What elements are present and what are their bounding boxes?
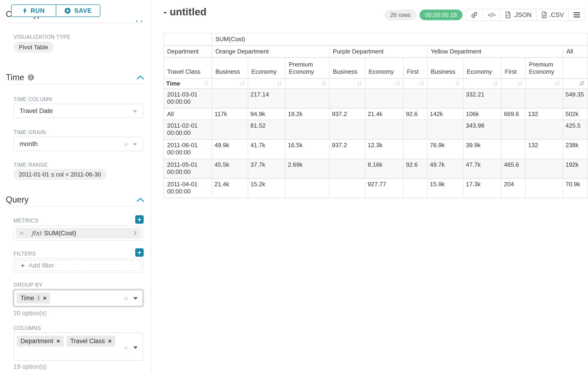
- pivot-cell: [501, 89, 525, 108]
- pivot-cell: 92.6: [403, 159, 427, 178]
- export-csv-button[interactable]: .CSV: [536, 9, 568, 21]
- pivot-row: 2011-04-01 00:00:0021.4k15.2k927.7715.9k…: [164, 178, 588, 198]
- export-json-button[interactable]: .JSON: [500, 9, 536, 21]
- time-column-select[interactable]: Travel Date: [13, 104, 143, 118]
- pivot-cell: 37.7k: [248, 159, 285, 178]
- remove-tag-icon[interactable]: ×: [43, 295, 46, 302]
- metric-name: SUM(Cost): [44, 230, 76, 237]
- pivot-column-sort-header[interactable]: [365, 78, 403, 89]
- columns-select[interactable]: Department×Travel Class× ×: [13, 332, 143, 361]
- time-grain-select[interactable]: month ×: [13, 137, 143, 151]
- chart-title[interactable]: - untitled: [163, 6, 207, 18]
- sort-icon[interactable]: [517, 80, 523, 86]
- time-column-label: TIME COLUMN: [13, 96, 52, 103]
- pivot-column-sort-header[interactable]: [563, 78, 588, 89]
- sort-icon[interactable]: [321, 80, 327, 86]
- remove-tag-icon[interactable]: ×: [108, 338, 112, 345]
- pivot-column-sort-header[interactable]: [427, 78, 463, 89]
- pivot-cell: 45.5k: [212, 159, 248, 178]
- save-label: SAVE: [74, 7, 92, 14]
- sort-icon[interactable]: [203, 80, 210, 86]
- lightning-icon: [22, 7, 27, 14]
- plus-icon: +: [21, 262, 25, 269]
- pivot-column-sort-header[interactable]: [285, 78, 329, 89]
- remove-metric-icon[interactable]: ×: [16, 228, 28, 239]
- clear-icon[interactable]: ×: [124, 295, 128, 302]
- chevron-up-icon[interactable]: [137, 75, 144, 80]
- pivot-cell: 76.9k: [427, 139, 463, 159]
- pivot-cell: 17.3k: [463, 178, 501, 198]
- time-range-value-pill[interactable]: 2011-01-01 ≤ col < 2011-06-30: [13, 169, 106, 180]
- pivot-cell: 70.9k: [563, 178, 588, 198]
- pivot-cell: [525, 120, 563, 139]
- chevron-right-icon[interactable]: [129, 228, 141, 239]
- view-query-button[interactable]: </>: [483, 9, 500, 21]
- sort-icon[interactable]: [419, 80, 425, 86]
- control-panel: Chart Type RUN SAVE VISUALIZATION TYPE P…: [0, 0, 151, 372]
- run-save-button-group: RUN SAVE: [11, 4, 100, 17]
- run-button[interactable]: RUN: [12, 5, 56, 17]
- pivot-cell: [212, 89, 248, 108]
- viz-type-value-pill[interactable]: Pivot Table: [13, 42, 54, 53]
- pivot-corner-cell: [164, 33, 212, 45]
- pivot-cell: 425.5: [563, 120, 588, 139]
- clear-icon[interactable]: ×: [124, 140, 128, 148]
- time-grain-label: TIME GRAIN: [13, 129, 46, 136]
- pivot-column-sort-header[interactable]: [403, 78, 427, 89]
- sort-icon[interactable]: [554, 80, 560, 86]
- pivot-column-sort-header[interactable]: [501, 78, 525, 89]
- dimension-tag[interactable]: Timei×: [17, 293, 50, 303]
- sort-icon[interactable]: [455, 80, 461, 86]
- add-filter-button[interactable]: +: [135, 248, 144, 257]
- menu-icon: [574, 12, 580, 17]
- dimension-tag[interactable]: Department×: [17, 336, 64, 346]
- sort-icon[interactable]: [277, 80, 283, 86]
- pivot-column-sort-header[interactable]: [463, 78, 501, 89]
- dimension-tag[interactable]: Travel Class×: [66, 336, 115, 346]
- pivot-department-header: Yellow Department: [427, 45, 563, 57]
- pivot-row-label: 2011-04-01 00:00:00: [164, 178, 212, 198]
- add-filter-dropzone[interactable]: + Add filter: [16, 260, 141, 271]
- json-label: .JSON: [513, 11, 532, 19]
- pivot-cell: 937.2: [329, 108, 365, 120]
- share-link-button[interactable]: [466, 9, 483, 21]
- pivot-cell: [285, 120, 329, 139]
- chevron-up-icon[interactable]: [137, 197, 144, 202]
- info-icon: i: [37, 295, 40, 302]
- divider: [8, 206, 143, 206]
- pivot-column-sort-header[interactable]: [329, 78, 365, 89]
- add-metric-button[interactable]: +: [135, 215, 144, 224]
- chevron-down-icon: [133, 297, 137, 300]
- row-count-badge: 26 rows: [385, 10, 416, 20]
- time-range-label: TIME RANGE: [13, 162, 48, 168]
- sort-desc-icon[interactable]: [579, 80, 585, 86]
- divider: [8, 84, 143, 85]
- group-by-select[interactable]: Timei× ×: [13, 290, 143, 307]
- sort-icon[interactable]: [395, 80, 401, 86]
- sort-icon[interactable]: [357, 80, 363, 86]
- pivot-row-dimension-header: Department: [164, 45, 212, 57]
- query-section-header[interactable]: Query: [6, 195, 144, 205]
- metric-pill[interactable]: × ƒ(x) SUM(Cost): [16, 228, 141, 239]
- tag-label: Department: [21, 338, 53, 345]
- add-filter-text: Add filter: [29, 262, 54, 269]
- save-button[interactable]: SAVE: [56, 5, 100, 17]
- pivot-column-sort-header[interactable]: [248, 78, 285, 89]
- pivot-cell: 39.9k: [463, 139, 501, 159]
- pivot-cell: [525, 89, 563, 108]
- time-grain-value: month: [20, 140, 38, 148]
- clear-icon[interactable]: ×: [124, 344, 128, 351]
- pivot-cell: 12.3k: [365, 139, 403, 159]
- remove-tag-icon[interactable]: ×: [56, 338, 60, 345]
- pivot-cell: 132: [525, 108, 563, 120]
- pivot-column-sort-header[interactable]: [525, 78, 563, 89]
- pivot-table: SUM(Cost)DepartmentOrange DepartmentPurp…: [163, 33, 588, 198]
- sort-icon[interactable]: [239, 80, 245, 86]
- pivot-column-sort-header[interactable]: [212, 78, 248, 89]
- sort-icon[interactable]: [493, 80, 499, 86]
- time-section-header[interactable]: Time: [6, 73, 144, 82]
- pivot-time-sort-header[interactable]: Time: [164, 78, 212, 89]
- menu-button[interactable]: [568, 9, 585, 21]
- chevron-up-icon[interactable]: [136, 21, 142, 22]
- pivot-cell: 81.52: [248, 120, 285, 139]
